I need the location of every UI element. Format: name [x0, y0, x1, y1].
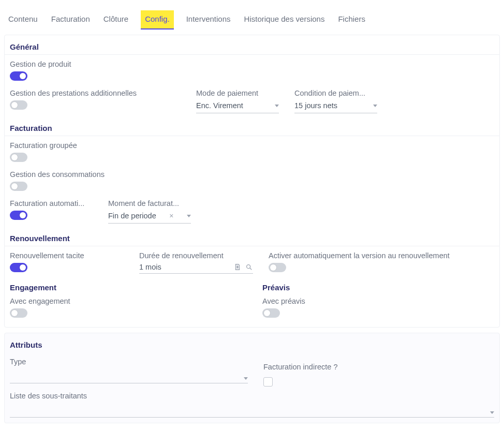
select-moment-facturation-value: Fin de periode	[108, 212, 156, 220]
chevron-down-icon	[187, 215, 191, 217]
tab-config[interactable]: Config.	[141, 10, 174, 29]
section-facturation-title: Facturation	[5, 116, 499, 136]
label-avec-preavis: Avec préavis	[262, 297, 494, 305]
lookup-duree-renouvellement-value: 1 mois	[139, 263, 230, 271]
label-condition-paiement: Condition de paiem...	[294, 89, 377, 97]
label-facturation-indirecte: Facturation indirecte ?	[263, 358, 494, 371]
toggle-renouvellement-tacite[interactable]	[10, 263, 27, 272]
checkbox-facturation-indirecte[interactable]	[263, 377, 273, 387]
toggle-gestion-consommations[interactable]	[10, 182, 27, 191]
label-gestion-produit: Gestion de produit	[10, 60, 181, 68]
label-activer-auto-version: Activer automatiquement la version au re…	[269, 251, 494, 260]
svg-point-0	[247, 265, 250, 269]
label-facturation-groupee: Facturation groupée	[10, 141, 181, 150]
label-duree-renouvellement: Durée de renouvellement	[139, 251, 253, 260]
label-renouvellement-tacite: Renouvellement tacite	[10, 251, 124, 260]
section-general-title: Général	[5, 35, 499, 55]
select-mode-paiement[interactable]: Enc. Virement	[196, 99, 279, 113]
select-mode-paiement-value: Enc. Virement	[196, 101, 243, 110]
select-condition-paiement[interactable]: 15 jours nets	[294, 99, 377, 113]
attributs-panel: Attributs Type Facturation indirecte ? L…	[4, 333, 500, 423]
document-icon[interactable]	[233, 263, 242, 271]
tab-cloture[interactable]: Clôture	[102, 10, 129, 29]
label-gestion-consommations: Gestion des consommations	[10, 170, 181, 179]
section-preavis-title: Préavis	[262, 277, 494, 292]
section-engagement-title: Engagement	[10, 277, 242, 292]
tab-fichiers[interactable]: Fichiers	[337, 10, 366, 29]
tab-interventions[interactable]: Interventions	[185, 10, 232, 29]
section-renouvellement-title: Renouvellement	[5, 227, 499, 246]
lookup-duree-renouvellement[interactable]: 1 mois	[139, 262, 253, 274]
label-mode-paiement: Mode de paiement	[196, 89, 279, 97]
label-avec-engagement: Avec engagement	[10, 297, 242, 305]
search-icon[interactable]	[245, 263, 253, 271]
toggle-avec-engagement[interactable]	[10, 308, 27, 318]
tab-historique[interactable]: Historique des versions	[243, 10, 326, 29]
select-type[interactable]	[10, 370, 248, 383]
tab-bar: Contenu Facturation Clôture Config. Inte…	[4, 4, 500, 29]
select-condition-paiement-value: 15 jours nets	[294, 101, 337, 110]
label-gestion-prestations: Gestion des prestations additionnelles	[10, 89, 181, 97]
chevron-down-icon	[244, 377, 248, 380]
label-moment-facturation: Moment de facturat...	[108, 199, 191, 207]
select-moment-facturation[interactable]: Fin de periode ×	[108, 210, 191, 224]
toggle-activer-auto-version[interactable]	[269, 263, 286, 272]
chevron-down-icon	[373, 105, 377, 107]
section-attributs-title: Attributs	[5, 333, 499, 352]
config-panel: Général Gestion de produit Gestion des p…	[4, 35, 500, 328]
tab-contenu[interactable]: Contenu	[7, 10, 39, 29]
clear-icon[interactable]: ×	[169, 212, 173, 220]
toggle-gestion-prestations[interactable]	[10, 100, 27, 110]
toggle-gestion-produit[interactable]	[10, 71, 27, 81]
chevron-down-icon	[490, 411, 494, 414]
toggle-facturation-auto[interactable]	[10, 211, 27, 220]
chevron-down-icon	[275, 105, 279, 107]
toggle-facturation-groupee[interactable]	[10, 153, 27, 162]
label-liste-sous-traitants: Liste des sous-traitants	[10, 392, 494, 400]
tab-facturation[interactable]: Facturation	[50, 10, 91, 29]
toggle-avec-preavis[interactable]	[262, 308, 280, 318]
label-type: Type	[10, 358, 248, 366]
select-liste-sous-traitants[interactable]	[10, 404, 494, 418]
label-facturation-auto: Facturation automati...	[10, 199, 93, 207]
